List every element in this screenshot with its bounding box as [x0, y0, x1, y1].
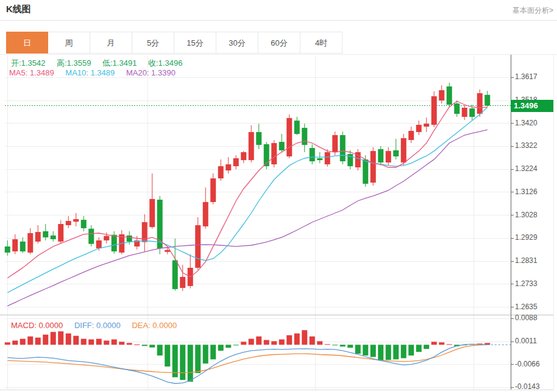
macd-legend: MACD: 0.0000 DIFF: 0.0000 DEA: 0.0000 — [11, 321, 186, 330]
macd-tick-label: -0.0066 — [515, 360, 552, 369]
tab-month[interactable]: 月 — [90, 32, 132, 54]
y-tick-label: 1.2733 — [515, 279, 552, 289]
macd-tick-label: -0.0143 — [515, 382, 552, 391]
tab-15min[interactable]: 15分 — [174, 32, 216, 54]
tab-5min[interactable]: 5分 — [132, 32, 174, 54]
interval-tabs: 日 周 月 5分 15分 30分 60分 4时 — [6, 32, 342, 54]
macd-tick-label: 0.0088 — [515, 313, 552, 323]
ma20-value: MA20: 1.3390 — [126, 68, 176, 77]
fundamental-analysis-link[interactable]: 基本面分析> — [513, 5, 553, 16]
open-value: 开:1.3542 — [11, 58, 45, 68]
header-divider — [0, 20, 557, 21]
ma10-value: MA10: 1.3489 — [65, 68, 115, 77]
ohlc-legend: 开:1.3542 高:1.3559 低:1.3491 收:1.3496 — [11, 58, 191, 69]
low-value: 低:1.3491 — [102, 58, 137, 68]
ma5-value: MA5: 1.3489 — [9, 68, 54, 77]
dea-value: DEA: 0.0000 — [132, 321, 177, 330]
tab-4hour[interactable]: 4时 — [300, 32, 342, 54]
macd-tick-label: 0.0011 — [515, 337, 552, 346]
ma-legend: MA5: 1.3489 MA10: 1.3489 MA20: 1.3390 — [9, 68, 185, 77]
tab-week[interactable]: 周 — [48, 32, 90, 54]
y-tick-label: 1.2929 — [515, 233, 552, 242]
page-title: K线图 — [6, 4, 31, 15]
high-value: 高:1.3559 — [57, 58, 91, 68]
y-tick-label: 1.3224 — [515, 164, 552, 173]
tab-60min[interactable]: 60分 — [258, 32, 300, 54]
y-tick-label: 1.3322 — [515, 141, 552, 150]
y-tick-label: 1.3420 — [515, 119, 552, 128]
tab-30min[interactable]: 30分 — [216, 32, 258, 54]
y-tick-label: 1.2635 — [515, 303, 552, 312]
macd-value: MACD: 0.0000 — [11, 321, 63, 330]
y-tick-label: 1.3126 — [515, 187, 552, 197]
current-price-badge: 1.3496 — [511, 100, 553, 112]
close-value: 收:1.3496 — [148, 58, 182, 68]
y-tick-label: 1.3028 — [515, 211, 552, 220]
y-tick-label: 1.3617 — [515, 72, 552, 82]
kline-widget: K线图 基本面分析> 日 周 月 5分 15分 30分 60分 4时 开:1.3… — [0, 0, 557, 392]
y-tick-label: 1.2831 — [515, 256, 552, 265]
diff-value: DIFF: 0.0000 — [74, 321, 121, 330]
tabs-divider — [0, 54, 557, 55]
tab-day[interactable]: 日 — [6, 32, 48, 54]
